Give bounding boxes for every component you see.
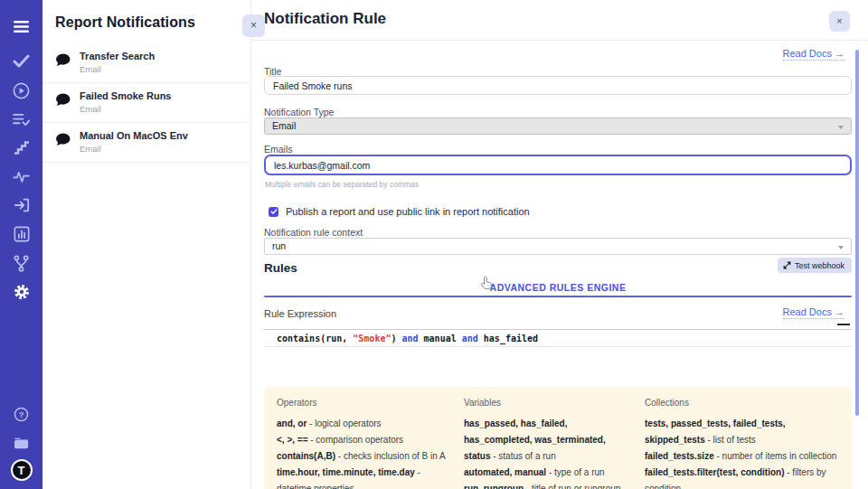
branch-icon[interactable] bbox=[0, 252, 42, 274]
rules-heading: Rules bbox=[264, 261, 297, 275]
modal-title: Notification Rule bbox=[264, 10, 386, 28]
help-icon[interactable]: ? bbox=[0, 403, 42, 425]
settings-gear-icon[interactable] bbox=[0, 281, 42, 303]
test-webhook-label: Test webhook bbox=[795, 261, 844, 270]
projects-folder-icon[interactable] bbox=[0, 432, 42, 454]
rule-expression-editor[interactable]: contains(run, "Smoke") and manual and ha… bbox=[264, 329, 852, 385]
help-column-heading: Variables bbox=[464, 398, 632, 408]
app-logo[interactable]: T bbox=[0, 459, 42, 481]
play-circle-icon[interactable] bbox=[0, 80, 42, 101]
help-column-heading: Operators bbox=[277, 398, 451, 408]
bar-chart-icon[interactable] bbox=[0, 223, 42, 245]
chat-bubble-icon bbox=[55, 93, 71, 110]
publish-checkbox-label: Publish a report and use public link in … bbox=[286, 206, 530, 217]
notification-channel: Email bbox=[80, 64, 241, 74]
notification-type-select[interactable]: Email bbox=[264, 118, 852, 135]
read-docs-link[interactable]: Read Docs → bbox=[783, 306, 844, 319]
checkbox-checked-icon[interactable] bbox=[269, 207, 278, 217]
help-entry: tests, passed_tests, failed_tests, skipp… bbox=[645, 416, 839, 448]
help-entry: failed_tests.filter(test, condition) - f… bbox=[645, 465, 839, 489]
help-entry: and, or - logical operators bbox=[277, 416, 451, 432]
chat-bubble-icon bbox=[55, 133, 71, 150]
webhook-icon bbox=[783, 261, 791, 269]
help-column-variables: Variableshas_passed, has_failed, has_com… bbox=[464, 398, 645, 489]
test-webhook-button[interactable]: Test webhook bbox=[778, 258, 852, 273]
close-icon: × bbox=[836, 15, 842, 26]
help-entry: run, rungroup - title of run or rungroup bbox=[464, 481, 632, 489]
chat-bubble-icon bbox=[55, 53, 71, 71]
selected-context-value: run bbox=[272, 240, 286, 251]
app-window: ?T Report Notifications × Transfer Searc… bbox=[0, 0, 868, 489]
emails-label: Emails bbox=[264, 144, 293, 155]
help-column-heading: Collections bbox=[645, 398, 839, 408]
help-column-collections: Collectionstests, passed_tests, failed_t… bbox=[645, 398, 839, 489]
list-item[interactable]: Manual On MacOS EnvEmail bbox=[42, 123, 250, 163]
notification-type-label: Notification Type bbox=[264, 107, 334, 118]
sign-in-icon[interactable] bbox=[0, 194, 42, 216]
scrollbar-thumb[interactable] bbox=[855, 50, 859, 416]
menu-icon[interactable] bbox=[0, 15, 42, 37]
rules-help-panel: Operatorsand, or - logical operators<, >… bbox=[264, 387, 852, 489]
close-icon: × bbox=[250, 19, 257, 32]
steps-icon[interactable] bbox=[0, 136, 42, 158]
help-entry: <, >, == - comparison operators bbox=[277, 432, 451, 448]
rule-context-label: Notification rule context bbox=[264, 227, 363, 238]
tasks-check-icon[interactable] bbox=[0, 50, 42, 71]
emails-hint: Multiple emails can be separated by comm… bbox=[265, 180, 419, 189]
notification-channel: Email bbox=[80, 104, 241, 114]
panel-title: Report Notifications bbox=[55, 14, 240, 31]
app-sidebar: ?T bbox=[0, 0, 42, 489]
notification-channel: Email bbox=[80, 144, 241, 154]
rule-context-select[interactable]: run bbox=[264, 238, 852, 255]
rule-expression-code: contains(run, "Smoke") and manual and ha… bbox=[264, 330, 852, 347]
notification-title: Failed Smoke Runs bbox=[80, 90, 241, 101]
active-tab-indicator bbox=[264, 296, 852, 297]
editor-resize-handle[interactable] bbox=[837, 324, 850, 325]
title-input[interactable] bbox=[264, 76, 852, 95]
panel-close-button[interactable]: × bbox=[242, 14, 265, 37]
help-entry: automated, manual - type of a run bbox=[464, 465, 632, 481]
rule-expression-label: Rule Expression bbox=[264, 308, 336, 319]
list-item[interactable]: Failed Smoke RunsEmail bbox=[42, 83, 250, 123]
selected-type-value: Email bbox=[272, 120, 296, 131]
help-entry: time.hour, time.minute, time.day - datet… bbox=[277, 465, 451, 489]
chevron-down-icon bbox=[838, 126, 844, 129]
emails-input[interactable] bbox=[264, 155, 852, 175]
list-item[interactable]: Transfer SearchEmail bbox=[42, 43, 250, 83]
publish-report-checkbox-row[interactable]: Publish a report and use public link in … bbox=[269, 206, 530, 217]
svg-text:?: ? bbox=[19, 409, 24, 418]
help-entry: contains(A,B) - checks inclusion of B in… bbox=[277, 448, 451, 465]
read-docs-link[interactable]: Read Docs → bbox=[783, 48, 844, 61]
modal-header: Notification Rule × bbox=[251, 0, 868, 41]
activity-icon[interactable] bbox=[0, 165, 42, 187]
modal-close-button[interactable]: × bbox=[829, 11, 850, 32]
chevron-down-icon bbox=[838, 246, 844, 249]
report-notifications-panel: Report Notifications × Transfer SearchEm… bbox=[42, 0, 250, 489]
notification-list: Transfer SearchEmailFailed Smoke RunsEma… bbox=[42, 43, 250, 163]
notification-title: Transfer Search bbox=[80, 51, 241, 61]
help-entry: has_passed, has_failed, has_completed, w… bbox=[464, 416, 632, 465]
notification-title: Manual On MacOS Env bbox=[80, 130, 241, 141]
list-check-icon[interactable] bbox=[0, 108, 42, 130]
help-column-operators: Operatorsand, or - logical operators<, >… bbox=[277, 398, 464, 489]
notification-rule-modal: Notification Rule × Read Docs → Title No… bbox=[250, 0, 868, 489]
tab-label: ADVANCED RULES ENGINE bbox=[490, 277, 627, 293]
help-entry: failed_tests.size - number of items in c… bbox=[645, 448, 839, 465]
